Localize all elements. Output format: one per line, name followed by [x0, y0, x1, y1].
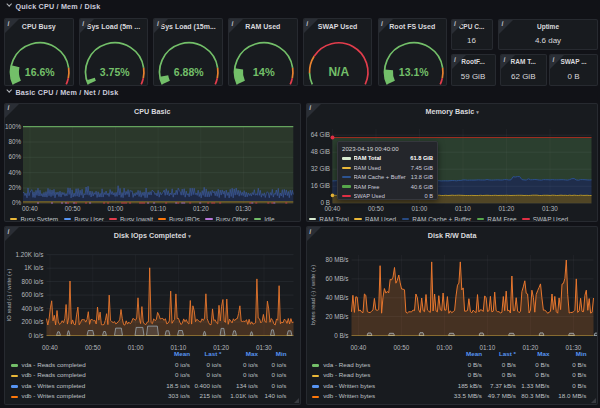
svg-text:00:40: 00:40: [324, 204, 340, 211]
svg-text:01:30: 01:30: [542, 204, 558, 211]
svg-text:0%: 0%: [12, 199, 22, 206]
svg-text:00:50: 00:50: [65, 204, 81, 211]
svg-text:01:20: 01:20: [498, 204, 514, 211]
svg-text:00:50: 00:50: [368, 204, 384, 211]
svg-text:48 GiB: 48 GiB: [310, 148, 329, 155]
svg-text:40 MB/s: 40 MB/s: [325, 294, 348, 301]
svg-text:80 MB/s: 80 MB/s: [325, 256, 348, 263]
svg-text:20%: 20%: [8, 184, 21, 191]
svg-text:01:10: 01:10: [455, 204, 471, 211]
svg-text:800 io/s: 800 io/s: [21, 278, 43, 285]
svg-text:16 GiB: 16 GiB: [310, 182, 329, 189]
svg-text:80%: 80%: [8, 138, 21, 145]
svg-text:6.88%: 6.88%: [174, 66, 204, 78]
svg-text:0 B/s: 0 B/s: [334, 332, 348, 339]
svg-text:400 io/s: 400 io/s: [21, 305, 43, 312]
svg-text:3.75%: 3.75%: [100, 66, 130, 78]
svg-text:40%: 40%: [8, 168, 21, 175]
svg-text:00:40: 00:40: [22, 204, 38, 211]
svg-text:200 io/s: 200 io/s: [21, 318, 43, 325]
svg-text:600 io/s: 600 io/s: [21, 291, 43, 298]
svg-text:bytes read (-) / write (+): bytes read (-) / write (+): [310, 265, 316, 325]
svg-text:01:30: 01:30: [236, 204, 252, 211]
svg-text:14%: 14%: [253, 66, 275, 78]
svg-text:01:00: 01:00: [411, 204, 427, 211]
svg-text:64 GiB: 64 GiB: [310, 131, 329, 138]
svg-text:1K io/s: 1K io/s: [24, 264, 43, 271]
svg-text:100%: 100%: [5, 122, 21, 129]
svg-text:16.6%: 16.6%: [25, 66, 55, 78]
svg-text:32 GiB: 32 GiB: [310, 165, 329, 172]
svg-text:01:20: 01:20: [193, 204, 209, 211]
svg-text:1.20K io/s: 1.20K io/s: [15, 251, 43, 258]
svg-text:IO read (-) / write (+): IO read (-) / write (+): [6, 269, 12, 322]
svg-text:0 io/s: 0 io/s: [28, 332, 43, 339]
svg-text:60%: 60%: [8, 153, 21, 160]
svg-text:20 MB/s: 20 MB/s: [325, 313, 348, 320]
svg-text:60 MB/s: 60 MB/s: [325, 275, 348, 282]
svg-text:01:10: 01:10: [150, 204, 166, 211]
svg-text:N/A: N/A: [328, 65, 349, 79]
svg-text:13.1%: 13.1%: [398, 66, 428, 78]
svg-text:01:00: 01:00: [108, 204, 124, 211]
